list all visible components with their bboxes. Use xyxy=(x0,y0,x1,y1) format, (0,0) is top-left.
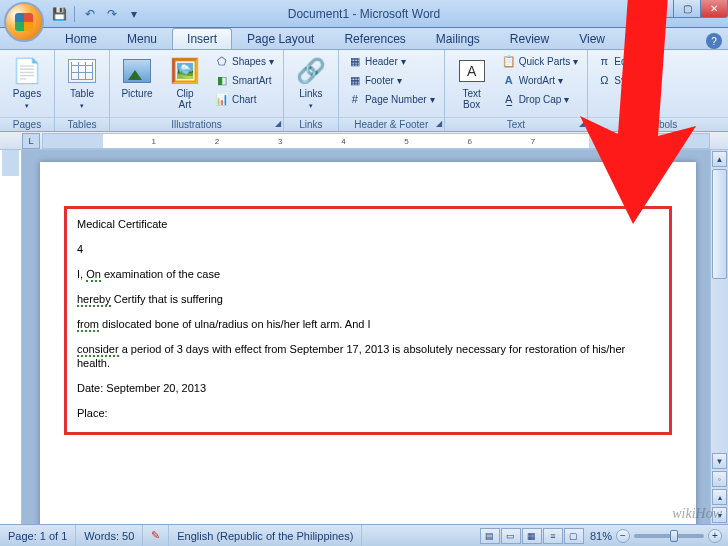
browse-object-button[interactable]: ◦ xyxy=(712,471,727,487)
quick-access-toolbar: 💾 ↶ ↷ ▾ xyxy=(50,5,143,23)
group-header-footer: ▦Header ▾ ▦Footer ▾ #Page Number ▾ Heade… xyxy=(339,50,445,131)
tab-review[interactable]: Review xyxy=(495,28,564,49)
links-button[interactable]: 🔗 Links▾ xyxy=(288,52,334,114)
header-icon: ▦ xyxy=(348,54,362,68)
office-button[interactable] xyxy=(4,2,44,42)
tab-home[interactable]: Home xyxy=(50,28,112,49)
chart-button[interactable]: 📊Chart xyxy=(210,90,279,108)
group-tables: Table▾ Tables xyxy=(55,50,110,131)
proof-icon: ✎ xyxy=(151,529,160,542)
view-buttons: ▤ ▭ ▦ ≡ ▢ xyxy=(480,528,584,544)
group-text: A Text Box 📋Quick Parts ▾ AWordArt ▾ A̲D… xyxy=(445,50,589,131)
group-symbols: πEquation ▾ ΩSymbol ▾ Symbols xyxy=(588,50,728,131)
picture-icon xyxy=(121,55,153,87)
redo-icon[interactable]: ↷ xyxy=(103,5,121,23)
doc-line-1[interactable]: Medical Certificate xyxy=(77,217,659,231)
clipart-icon: 🖼️ xyxy=(169,55,201,87)
help-icon[interactable]: ? xyxy=(706,33,722,49)
table-button[interactable]: Table▾ xyxy=(59,52,105,114)
view-print-layout[interactable]: ▤ xyxy=(480,528,500,544)
dropcap-button[interactable]: A̲Drop Cap ▾ xyxy=(497,90,584,108)
minimize-button[interactable]: — xyxy=(646,0,674,18)
status-bar: Page: 1 of 1 Words: 50 ✎ English (Republ… xyxy=(0,524,728,546)
page-number-label: Page Number xyxy=(365,94,427,105)
highlighted-region: Medical Certificate 4 I, On examination … xyxy=(64,206,672,435)
doc-line-8[interactable]: Place: xyxy=(77,406,659,420)
doc-line-5[interactable]: from dislocated bone of ulna/radius on h… xyxy=(77,317,659,331)
window-controls: — ▢ ✕ xyxy=(647,0,728,18)
group-pages: 📄 Pages▾ Pages xyxy=(0,50,55,131)
textbox-button[interactable]: A Text Box xyxy=(449,52,495,113)
hf-launcher[interactable]: ◢ xyxy=(436,119,442,128)
symbol-button[interactable]: ΩSymbol ▾ xyxy=(592,71,666,89)
tab-references[interactable]: References xyxy=(329,28,420,49)
zoom-in-button[interactable]: + xyxy=(708,529,722,543)
vertical-scrollbar[interactable]: ▲ ▼ ◦ ▴ ▾ xyxy=(710,150,728,524)
tab-view[interactable]: View xyxy=(564,28,620,49)
ribbon: 📄 Pages▾ Pages Table▾ Tables Picture 🖼️ … xyxy=(0,50,728,132)
shapes-icon: ⬠ xyxy=(215,54,229,68)
wordart-label: WordArt xyxy=(519,75,556,86)
tab-page-layout[interactable]: Page Layout xyxy=(232,28,329,49)
view-outline[interactable]: ≡ xyxy=(543,528,563,544)
doc-line-3[interactable]: I, On examination of the case xyxy=(77,267,659,281)
equation-button[interactable]: πEquation ▾ xyxy=(592,52,666,70)
tab-mailings[interactable]: Mailings xyxy=(421,28,495,49)
close-button[interactable]: ✕ xyxy=(700,0,728,18)
save-icon[interactable]: 💾 xyxy=(50,5,68,23)
clipart-button[interactable]: 🖼️ Clip Art xyxy=(162,52,208,113)
text-launcher[interactable]: ◢ xyxy=(579,119,585,128)
group-symbols-label: Symbols xyxy=(588,117,728,131)
horizontal-ruler[interactable]: 1 2 3 4 5 6 7 xyxy=(42,133,710,149)
tab-menu[interactable]: Menu xyxy=(112,28,172,49)
zoom-controls: 81% − + xyxy=(584,529,728,543)
symbol-icon: Ω xyxy=(597,73,611,87)
undo-icon[interactable]: ↶ xyxy=(81,5,99,23)
quickparts-label: Quick Parts xyxy=(519,56,571,67)
smartart-button[interactable]: ◧SmartArt xyxy=(210,71,279,89)
view-full-screen[interactable]: ▭ xyxy=(501,528,521,544)
scroll-up-button[interactable]: ▲ xyxy=(712,151,727,167)
status-proof[interactable]: ✎ xyxy=(143,525,169,546)
scroll-thumb[interactable] xyxy=(712,169,727,279)
quickparts-button[interactable]: 📋Quick Parts ▾ xyxy=(497,52,584,70)
document-area: Medical Certificate 4 I, On examination … xyxy=(0,150,728,524)
view-draft[interactable]: ▢ xyxy=(564,528,584,544)
maximize-button[interactable]: ▢ xyxy=(673,0,701,18)
shapes-button[interactable]: ⬠Shapes ▾ xyxy=(210,52,279,70)
group-illustrations-label: Illustrations◢ xyxy=(110,117,283,131)
doc-line-4[interactable]: hereby Certify that is suffering xyxy=(77,292,659,306)
header-label: Header xyxy=(365,56,398,67)
zoom-slider[interactable] xyxy=(634,534,704,538)
footer-button[interactable]: ▦Footer ▾ xyxy=(343,71,440,89)
vertical-ruler[interactable] xyxy=(0,150,22,524)
prev-page-button[interactable]: ▴ xyxy=(712,489,727,505)
qat-customize-dd[interactable]: ▾ xyxy=(125,5,143,23)
group-text-label: Text◢ xyxy=(445,117,588,131)
pages-button[interactable]: 📄 Pages▾ xyxy=(4,52,50,114)
status-page[interactable]: Page: 1 of 1 xyxy=(0,525,76,546)
wordart-button[interactable]: AWordArt ▾ xyxy=(497,71,584,89)
view-web-layout[interactable]: ▦ xyxy=(522,528,542,544)
header-button[interactable]: ▦Header ▾ xyxy=(343,52,440,70)
zoom-out-button[interactable]: − xyxy=(616,529,630,543)
picture-button[interactable]: Picture xyxy=(114,52,160,102)
group-tables-label: Tables xyxy=(55,117,109,131)
tab-insert[interactable]: Insert xyxy=(172,28,232,49)
status-words[interactable]: Words: 50 xyxy=(76,525,143,546)
tab-selector[interactable]: L xyxy=(22,133,40,149)
zoom-handle[interactable] xyxy=(670,530,678,542)
doc-line-6[interactable]: consider a period of 3 days with effect … xyxy=(77,342,659,370)
document-page[interactable]: Medical Certificate 4 I, On examination … xyxy=(40,162,696,524)
watermark: wikiHow xyxy=(672,506,722,522)
page-number-button[interactable]: #Page Number ▾ xyxy=(343,90,440,108)
group-links-label: Links xyxy=(284,117,338,131)
zoom-level[interactable]: 81% xyxy=(590,530,612,542)
doc-line-2[interactable]: 4 xyxy=(77,242,659,256)
doc-line-7[interactable]: Date: September 20, 2013 xyxy=(77,381,659,395)
illustrations-launcher[interactable]: ◢ xyxy=(275,119,281,128)
status-language[interactable]: English (Republic of the Philippines) xyxy=(169,525,362,546)
page-number-icon: # xyxy=(348,92,362,106)
footer-label: Footer xyxy=(365,75,394,86)
scroll-down-button[interactable]: ▼ xyxy=(712,453,727,469)
